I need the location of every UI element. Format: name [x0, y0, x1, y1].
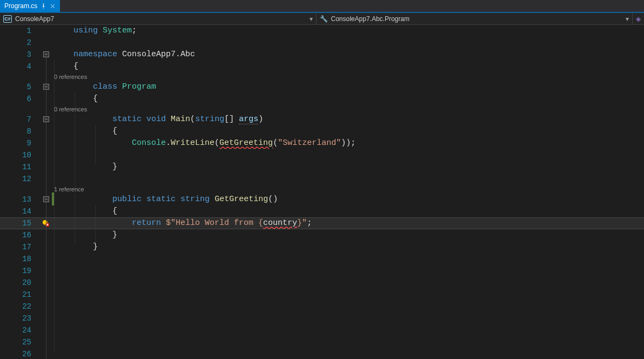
line-number: 14 [0, 205, 31, 217]
line-number: 5 [0, 81, 31, 93]
wrench-icon: 🔧 [320, 15, 328, 23]
nav-project-label: ConsoleApp7 [15, 15, 54, 23]
line-number: 9 [0, 137, 31, 149]
code-line [54, 313, 644, 324]
code-line: { [54, 205, 644, 217]
chevron-down-icon: ▾ [310, 15, 313, 23]
line-number: 15 [0, 217, 31, 229]
codelens-references[interactable]: 0 references [54, 72, 644, 81]
line-number: 24 [0, 324, 31, 336]
fold-toggle[interactable] [43, 51, 49, 57]
fold-margin [40, 25, 54, 359]
code-line [54, 37, 644, 49]
pin-icon[interactable] [41, 3, 46, 9]
nav-bar: C# ConsoleApp7 ▾ 🔧 ConsoleApp7.Abc.Progr… [0, 13, 644, 25]
line-number: 23 [0, 313, 31, 324]
line-number: 4 [0, 61, 31, 72]
code-line [54, 149, 644, 161]
code-line [54, 301, 644, 313]
chevron-down-icon: ▾ [626, 15, 629, 23]
code-line: { [54, 125, 644, 137]
nav-type-label: ConsoleApp7.Abc.Program [331, 15, 410, 23]
code-line: namespace ConsoleApp7.Abc [54, 49, 644, 61]
code-line [54, 324, 644, 336]
code-line [54, 289, 644, 301]
nav-member-dropdown[interactable]: ◈ [633, 13, 644, 24]
code-line [54, 253, 644, 265]
code-line: Console.WriteLine(GetGreeting("Switzerla… [54, 137, 644, 149]
code-line: return $"Hello World from {country}"; [54, 217, 644, 229]
code-line [54, 265, 644, 277]
line-number: 20 [0, 277, 31, 289]
fold-toggle[interactable] [43, 84, 49, 90]
line-number: 10 [0, 149, 31, 161]
close-icon[interactable] [50, 3, 56, 9]
line-number: 1 [0, 25, 31, 37]
fold-toggle[interactable] [43, 116, 49, 122]
line-number: 26 [0, 348, 31, 359]
line-number: 13 [0, 194, 31, 205]
line-number: 7 [0, 114, 31, 125]
code-line: { [54, 61, 644, 72]
line-number: 16 [0, 229, 31, 241]
code-line: static void Main(string[] args) [54, 114, 644, 125]
cube-icon: ◈ [636, 15, 641, 23]
csharp-badge-icon: C# [3, 15, 12, 23]
codelens-references[interactable]: 1 reference [54, 185, 644, 194]
file-tab-program[interactable]: Program.cs [0, 0, 60, 12]
line-number: 19 [0, 265, 31, 277]
line-number: 21 [0, 289, 31, 301]
line-number: 8 [0, 125, 31, 137]
code-line: using System; [54, 25, 644, 37]
line-number: 11 [0, 161, 31, 173]
code-editor[interactable]: 1 2 3 4 5 6 7 8 9 10 11 12 13 14 15 16 1… [0, 25, 644, 359]
line-number: 18 [0, 253, 31, 265]
code-line: } [54, 241, 644, 253]
code-line: public static string GetGreeting() [54, 194, 644, 205]
code-line: { [54, 93, 644, 105]
line-number: 17 [0, 241, 31, 253]
code-line [54, 348, 644, 359]
tab-bar: Program.cs [0, 0, 644, 13]
code-content[interactable]: using System; namespace ConsoleApp7.Abc … [54, 25, 644, 359]
line-number: 3 [0, 49, 31, 61]
code-line: class Program [54, 81, 644, 93]
nav-project-dropdown[interactable]: C# ConsoleApp7 ▾ [0, 13, 317, 24]
tab-filename: Program.cs [4, 2, 37, 10]
code-line: } [54, 161, 644, 173]
line-number-gutter: 1 2 3 4 5 6 7 8 9 10 11 12 13 14 15 16 1… [0, 25, 40, 359]
line-number: 22 [0, 301, 31, 313]
line-number: 12 [0, 173, 31, 185]
line-number: 6 [0, 93, 31, 105]
code-line [54, 173, 644, 185]
line-number: 2 [0, 37, 31, 49]
code-line [54, 336, 644, 348]
nav-type-dropdown[interactable]: 🔧 ConsoleApp7.Abc.Program ▾ [317, 13, 633, 24]
line-number: 25 [0, 336, 31, 348]
codelens-references[interactable]: 0 references [54, 105, 644, 114]
code-line [54, 277, 644, 289]
code-line: } [54, 229, 644, 241]
fold-toggle[interactable] [43, 196, 49, 202]
